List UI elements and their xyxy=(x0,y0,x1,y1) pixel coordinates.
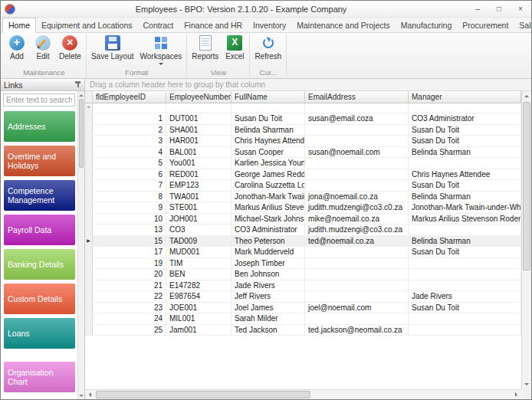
cell-employeenumber[interactable]: STE001 xyxy=(166,202,232,213)
table-row[interactable]: 19TIMJoseph Timber xyxy=(85,258,521,270)
cell-manager[interactable] xyxy=(409,325,521,336)
cell-employeenumber[interactable]: BEN xyxy=(166,269,232,280)
cell-manager[interactable] xyxy=(409,225,521,235)
scroll-left-icon[interactable] xyxy=(85,390,95,400)
cell-fullname[interactable]: Sarah Milder xyxy=(232,313,305,324)
cell-fullname[interactable]: Joseph Timber xyxy=(232,258,305,269)
cell-emailaddress[interactable] xyxy=(305,269,409,280)
column-header-employeenumber[interactable]: EmployeeNumber xyxy=(166,91,232,103)
pin-icon[interactable] xyxy=(74,81,81,88)
cell-employeenumber[interactable]: Jam001 xyxy=(166,325,232,336)
cell-fldemployeeid[interactable]: 25 xyxy=(93,325,166,336)
sidebar-item-banking-details[interactable]: Banking Details xyxy=(4,249,75,280)
cell-employeenumber[interactable]: BAL001 xyxy=(166,147,232,158)
filter-cell[interactable] xyxy=(166,103,232,113)
table-row[interactable]: 25Jam001Ted Jacksonted.jackson@neomail.c… xyxy=(85,325,521,336)
sidebar-item-custom-details[interactable]: Custom Details xyxy=(4,284,75,314)
tab-home[interactable]: Home xyxy=(2,18,36,33)
cell-emailaddress[interactable]: ted@noemail.co.za xyxy=(305,236,409,247)
cell-manager[interactable]: Susan Du Toit xyxy=(409,303,521,313)
table-row[interactable]: 21E147282Jade Rivers xyxy=(85,280,521,292)
cell-employeenumber[interactable]: MUD001 xyxy=(166,247,232,257)
table-row[interactable]: 6RED001George James Reddy Jef...Chris Ha… xyxy=(85,169,521,181)
tab-maintenance-and-projects[interactable]: Maintenance and Projects xyxy=(291,18,395,32)
cell-fullname[interactable]: Chris Haynes Attendee xyxy=(232,136,305,146)
cell-manager[interactable]: Belinda Sharman xyxy=(409,147,521,158)
ribbon-button-delete[interactable]: Delete xyxy=(56,34,84,61)
cell-employeenumber[interactable]: CO3 xyxy=(166,225,232,235)
filter-cell[interactable] xyxy=(232,103,305,113)
table-row[interactable]: 20BENBen Johnson xyxy=(85,269,521,280)
close-button[interactable]: × xyxy=(510,1,531,17)
cell-fldemployeeid[interactable]: 6 xyxy=(93,169,166,180)
table-row[interactable]: 17MUD001Mark MudderveldSusan Du Toit xyxy=(85,247,521,258)
column-header-fullname[interactable]: FullName xyxy=(232,91,305,103)
cell-employeenumber[interactable]: TIM xyxy=(166,258,232,269)
table-row[interactable]: ▶15TAD009Theo Petersonted@noemail.co.zaB… xyxy=(85,236,521,248)
cell-fullname[interactable]: Ben Johnson xyxy=(232,269,305,280)
cell-manager[interactable]: Jonothan-Mark Twain-under-Whitestone... xyxy=(409,202,521,213)
scroll-up-icon[interactable] xyxy=(522,91,532,101)
sidebar-item-addresses[interactable]: Addresses xyxy=(4,111,75,142)
scroll-up-icon[interactable] xyxy=(78,91,85,98)
cell-fldemployeeid[interactable]: 2 xyxy=(93,125,166,136)
cell-manager[interactable]: Jade Rivers xyxy=(409,291,521,302)
cell-fullname[interactable]: Ted Jackson xyxy=(232,325,305,336)
scroll-down-icon[interactable] xyxy=(78,392,85,399)
cell-employeenumber[interactable]: TAD009 xyxy=(166,236,232,247)
cell-fullname[interactable]: Karlien Jessica Young Dun... xyxy=(232,158,305,169)
cell-fullname[interactable]: CO3 Administrator xyxy=(232,225,305,235)
tab-sales[interactable]: Sales xyxy=(514,18,532,32)
sidebar-item-overtime-and-holidays[interactable]: Overtime and Holidays xyxy=(4,146,75,176)
horizontal-scroll-thumb[interactable] xyxy=(96,391,310,398)
cell-employeenumber[interactable]: E987654 xyxy=(166,291,232,302)
sidebar-scroll-thumb[interactable] xyxy=(79,99,84,168)
tab-finance-and-hr[interactable]: Finance and HR xyxy=(179,18,248,32)
cell-fullname[interactable]: Michael-Stark Johnson St... xyxy=(232,214,305,225)
cell-fldemployeeid[interactable]: 15 xyxy=(93,236,166,247)
table-row[interactable]: 22E987654Jeff RiversJade Rivers xyxy=(85,291,521,303)
cell-fullname[interactable]: Susan Du Toit xyxy=(232,113,305,124)
tab-inventory[interactable]: Inventory xyxy=(248,18,291,32)
cell-manager[interactable] xyxy=(409,313,521,324)
column-header-emailaddress[interactable]: EmailAddress xyxy=(305,91,409,103)
cell-fldemployeeid[interactable]: 7 xyxy=(93,180,166,191)
table-row[interactable]: 3HAR001Chris Haynes AttendeeSusan Du Toi… xyxy=(85,136,521,147)
tab-equipment-and-locations[interactable]: Equipment and Locations xyxy=(36,18,138,32)
cell-emailaddress[interactable] xyxy=(305,247,409,257)
cell-fullname[interactable]: Jade Rivers xyxy=(232,280,305,291)
search-input[interactable] xyxy=(3,93,75,107)
cell-emailaddress[interactable]: ted.jackson@neomail.co.za xyxy=(305,325,409,336)
minimize-button[interactable]: – xyxy=(467,1,488,17)
cell-manager[interactable]: Markus Arilius Stevenson Rodenhizer Toml… xyxy=(409,214,521,225)
cell-employeenumber[interactable]: SHA001 xyxy=(166,125,232,136)
cell-employeenumber[interactable]: TWA001 xyxy=(166,192,232,202)
table-row[interactable]: 8TWA001Jonothan-Mark Twain-Suit...jona@n… xyxy=(85,192,521,203)
cell-manager[interactable] xyxy=(409,269,521,280)
cell-employeenumber[interactable]: JOH001 xyxy=(166,214,232,225)
cell-emailaddress[interactable] xyxy=(305,313,409,324)
cell-fullname[interactable]: Markus Arilius Stevenson ... xyxy=(232,202,305,213)
cell-manager[interactable]: Susan Du Toit xyxy=(409,136,521,146)
ribbon-button-workspaces[interactable]: Workspaces xyxy=(137,34,186,67)
tab-procurement[interactable]: Procurement xyxy=(457,18,514,32)
cell-employeenumber[interactable]: MIL001 xyxy=(166,313,232,324)
sidebar-item-organisation-chart[interactable]: Organisation Chart xyxy=(4,362,75,392)
table-row[interactable]: 9STE001Markus Arilius Stevenson ...judit… xyxy=(85,202,521,214)
cell-emailaddress[interactable] xyxy=(305,125,409,136)
table-row[interactable]: 13CO3CO3 Administratorjudith.mudzengi@co… xyxy=(85,225,521,236)
cell-manager[interactable]: Belinda Sharman xyxy=(409,236,521,247)
cell-employeenumber[interactable]: DUT001 xyxy=(166,113,232,124)
cell-fldemployeeid[interactable]: 13 xyxy=(93,225,166,235)
cell-emailaddress[interactable] xyxy=(305,158,409,169)
cell-manager[interactable] xyxy=(409,258,521,269)
table-row[interactable]: 4BAL001Susan Coopersusan@noemail.comBeli… xyxy=(85,147,521,159)
cell-emailaddress[interactable]: mike@noemail.co.za xyxy=(305,214,409,225)
cell-employeenumber[interactable]: JOE001 xyxy=(166,303,232,313)
cell-fldemployeeid[interactable]: 24 xyxy=(93,313,166,324)
ribbon-button-reports[interactable]: Reports xyxy=(189,34,222,61)
cell-employeenumber[interactable]: E147282 xyxy=(166,280,232,291)
table-row[interactable]: 2SHA001Belinda SharmanSusan Du Toit xyxy=(85,125,521,136)
sidebar-scrollbar[interactable] xyxy=(77,91,84,399)
cell-employeenumber[interactable]: EMP123 xyxy=(166,180,232,191)
